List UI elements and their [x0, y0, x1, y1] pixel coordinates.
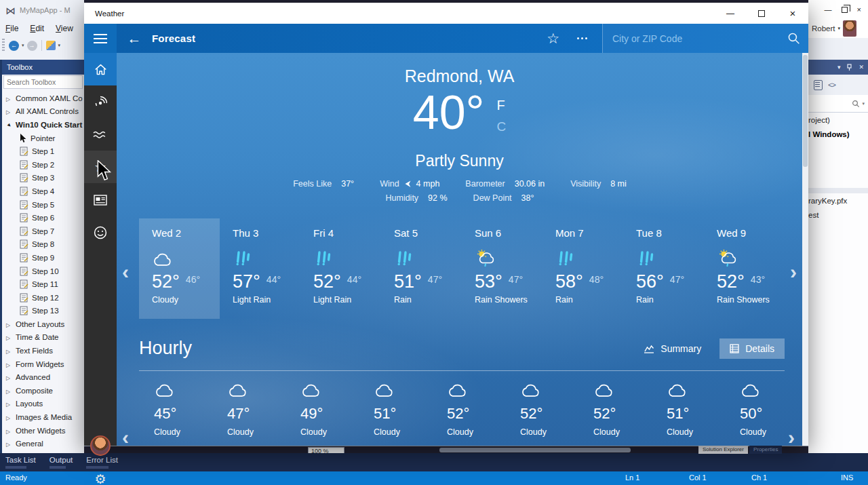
navigate-back-button[interactable]: ←	[9, 41, 19, 51]
sidebar-home-button[interactable]	[84, 53, 117, 85]
menu-file[interactable]: File	[5, 24, 18, 33]
toolbox-item[interactable]: Step 10	[2, 265, 84, 278]
solution-explorer-item[interactable]: l Windows)	[808, 127, 868, 141]
toolbox-item[interactable]: Step 7	[2, 225, 84, 238]
toolbox-item[interactable]: Step 3	[2, 172, 84, 185]
toolbox-item[interactable]: Step 9	[2, 251, 84, 265]
toolbox-item[interactable]: Step 1	[2, 144, 84, 158]
toolbox-item[interactable]: Step 5	[2, 198, 84, 212]
toolbox-search-input[interactable]	[4, 78, 82, 86]
toolbox-item[interactable]: ▷ Text Fields	[2, 344, 84, 357]
unit-fahrenheit-toggle[interactable]: F	[497, 98, 507, 113]
forecast-day-tile[interactable]: Sat 5 51° 47° Rain	[381, 218, 462, 319]
pin-icon[interactable]	[846, 64, 852, 71]
back-button[interactable]: ←	[117, 31, 152, 47]
location-search-input[interactable]	[611, 33, 787, 45]
toolbox-item[interactable]: Step 13	[2, 305, 84, 318]
toolbox-item[interactable]: ▷ Composite	[2, 384, 84, 397]
solution-explorer-item[interactable]: roject)	[808, 113, 868, 127]
account-avatar[interactable]	[843, 20, 856, 37]
favorite-star-icon[interactable]: ☆	[547, 31, 559, 47]
hourly-tile[interactable]: 45° Cloudy	[139, 372, 212, 446]
hourly-tile[interactable]: 52° Cloudy	[432, 372, 505, 446]
toolbox-item[interactable]: Step 11	[2, 277, 84, 291]
forecast-day-tile[interactable]: Tue 8 56° 47° Rain	[623, 218, 704, 319]
toolbox-item[interactable]: Pointer	[2, 132, 84, 145]
tab-task-list[interactable]: Task List	[5, 456, 36, 469]
designer-zoom-control[interactable]: 100 %	[308, 447, 344, 453]
toolbox-item[interactable]: Step 12	[2, 291, 84, 305]
vs-close-button[interactable]: ×	[857, 5, 861, 14]
toolbox-item[interactable]: ▷ Layouts	[2, 397, 84, 411]
solution-explorer-search[interactable]: ▾	[808, 95, 868, 113]
maximize-button[interactable]	[746, 3, 777, 24]
unit-celsius-toggle[interactable]: C	[497, 119, 507, 134]
details-button[interactable]: Details	[719, 338, 785, 359]
forecast-day-tile[interactable]: Thu 3 57° 44° Light Rain	[220, 218, 300, 319]
solution-explorer-item[interactable]: est	[808, 208, 847, 222]
toolbox-search[interactable]	[3, 75, 83, 89]
sidebar-profile-button[interactable]	[84, 429, 117, 462]
toolbox-item[interactable]: Step 2	[2, 158, 84, 172]
account-caret-icon[interactable]: ▾	[838, 26, 841, 31]
toolbox-item[interactable]: ▷ All XAML Controls	[2, 105, 84, 119]
sidebar-historical-weather-button[interactable]	[84, 119, 117, 151]
weather-titlebar[interactable]: Weather — ×	[84, 3, 808, 24]
toolbox-item[interactable]: Step 4	[2, 185, 84, 198]
scrollbar-thumb[interactable]	[803, 55, 808, 167]
toolbox-item[interactable]: ▷ Other Layouts	[2, 317, 84, 331]
horizontal-scrollbar[interactable]	[439, 448, 631, 452]
location-search-box[interactable]	[602, 24, 808, 53]
tab-properties[interactable]: Properties	[749, 446, 782, 454]
hourly-tile[interactable]: 52° Cloudy	[578, 372, 652, 446]
forecast-day-tile[interactable]: Wed 2 52° 46° Cloudy	[139, 218, 220, 319]
hourly-tile[interactable]: 49° Cloudy	[285, 372, 359, 446]
forecast-day-tile[interactable]: Fri 4 52° 44° Light Rain	[300, 218, 381, 319]
account-name[interactable]: Robert	[812, 24, 835, 33]
summary-button[interactable]: Summary	[633, 338, 711, 359]
toolbox-item[interactable]: ▷ Other Widgets	[2, 424, 84, 438]
view-code-icon[interactable]: <>	[828, 81, 835, 89]
tab-output[interactable]: Output	[50, 456, 73, 469]
sidebar-settings-button[interactable]: ⚙	[84, 463, 117, 485]
sidebar-maps-button[interactable]	[84, 86, 117, 119]
minimize-button[interactable]: —	[715, 3, 746, 24]
menu-view[interactable]: View	[56, 24, 73, 33]
hourly-scroll-left-chevron-icon[interactable]: ‹	[122, 427, 129, 446]
toolbar-dropdown-caret-icon[interactable]: ▾	[58, 43, 61, 48]
hourly-tile[interactable]: 51° Cloudy	[652, 372, 725, 446]
vertical-scrollbar[interactable]	[802, 53, 808, 446]
hourly-tile[interactable]: 47° Cloudy	[212, 372, 285, 446]
toolbox-item[interactable]: Step 8	[2, 238, 84, 252]
panel-dropdown-caret-icon[interactable]: ▾	[837, 64, 841, 71]
toolbox-item[interactable]: ▷ Common XAML Co	[2, 92, 84, 105]
toolbox-item[interactable]: ▷ Images & Media	[2, 410, 84, 424]
toolbox-item[interactable]: ▷ Advanced	[2, 370, 84, 384]
toolbox-item[interactable]: ▲ Win10 Quick Start	[2, 118, 84, 132]
back-dropdown-caret-icon[interactable]: ▾	[22, 43, 24, 48]
hamburger-menu-button[interactable]	[84, 24, 117, 53]
sidebar-news-button[interactable]	[84, 184, 117, 216]
sidebar-feedback-button[interactable]	[84, 216, 117, 249]
close-button[interactable]: ×	[777, 3, 808, 24]
search-caret-icon[interactable]: ▾	[862, 101, 865, 106]
hourly-tile[interactable]: 51° Cloudy	[359, 372, 432, 446]
properties-icon[interactable]	[814, 80, 823, 90]
toolbox-item[interactable]: Step 6	[2, 211, 84, 225]
daily-scroll-right-chevron-icon[interactable]: ›	[790, 262, 797, 282]
hourly-scroll-right-chevron-icon[interactable]: ›	[788, 427, 795, 446]
tab-solution-explorer[interactable]: Solution Explorer	[698, 446, 748, 454]
toolbox-item[interactable]: ▷ Time & Date	[2, 331, 84, 345]
forecast-day-tile[interactable]: Sun 6 53° 47° Rain Showers	[462, 218, 542, 319]
toolbox-item[interactable]: ▷ General	[2, 437, 84, 450]
more-options-button[interactable]	[577, 37, 587, 39]
forecast-day-tile[interactable]: Wed 9 52° 43° Rain Showers	[704, 218, 785, 319]
search-icon[interactable]	[787, 32, 800, 45]
vs-minimize-button[interactable]: —	[825, 5, 832, 14]
toolbox-panel-header[interactable]: Toolbox	[2, 60, 84, 75]
toolbar-grip[interactable]	[2, 39, 5, 52]
new-project-button[interactable]	[46, 41, 56, 50]
vs-restore-button[interactable]	[842, 7, 848, 13]
vs-account-area[interactable]: Robert ▾	[808, 19, 868, 38]
panel-close-icon[interactable]: ✕	[859, 64, 864, 71]
